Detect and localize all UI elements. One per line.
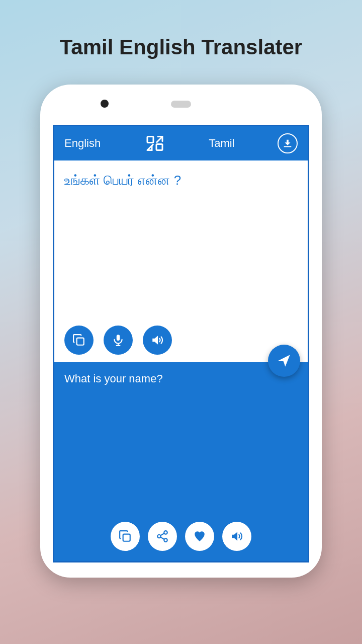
svg-rect-9 [123, 534, 130, 541]
svg-marker-8 [152, 336, 158, 344]
copy-input-button[interactable] [64, 326, 94, 355]
microphone-button[interactable] [104, 326, 133, 355]
phone-camera [101, 100, 109, 108]
svg-rect-4 [77, 338, 84, 345]
svg-marker-15 [232, 532, 237, 540]
download-icon [282, 138, 293, 149]
output-text: What is your name? [64, 372, 298, 517]
input-text[interactable]: உங்கள் பெயர் என்ன ? [64, 171, 298, 320]
toolbar: English Tamil [54, 126, 308, 160]
share-button[interactable] [148, 522, 177, 551]
volume-input-button[interactable] [143, 326, 172, 355]
phone-frame: English Tamil உங் [40, 85, 322, 578]
download-button[interactable] [278, 133, 298, 153]
input-area: உங்கள் பெயர் என்ன ? [54, 160, 308, 362]
share-icon [156, 530, 169, 543]
app-title: Tamil English Translater [60, 35, 302, 59]
heart-icon [193, 530, 206, 543]
send-button[interactable] [268, 345, 300, 377]
svg-rect-0 [147, 137, 153, 143]
input-action-buttons [64, 326, 298, 355]
volume-icon [151, 334, 164, 347]
volume-output-icon [230, 530, 243, 543]
copy-output-icon [119, 530, 132, 543]
svg-rect-5 [117, 335, 120, 341]
svg-line-14 [160, 533, 164, 535]
phone-speaker [171, 101, 191, 108]
svg-line-13 [160, 537, 164, 539]
svg-point-12 [164, 538, 167, 542]
swap-languages-button[interactable] [144, 132, 166, 154]
svg-point-11 [157, 535, 161, 538]
svg-line-2 [156, 137, 162, 143]
microphone-icon [112, 334, 125, 347]
copy-output-button[interactable] [111, 522, 140, 551]
phone-screen: English Tamil உங் [53, 125, 309, 562]
output-area: What is your name? [54, 362, 308, 561]
svg-point-10 [164, 531, 167, 534]
send-icon [277, 354, 291, 368]
swap-icon [146, 134, 164, 152]
source-language-button[interactable]: English [64, 137, 101, 150]
svg-rect-1 [156, 144, 162, 150]
favorite-button[interactable] [185, 522, 214, 551]
volume-output-button[interactable] [222, 522, 251, 551]
copy-icon [72, 334, 85, 347]
target-language-button[interactable]: Tamil [209, 137, 234, 150]
output-action-buttons [64, 522, 298, 556]
